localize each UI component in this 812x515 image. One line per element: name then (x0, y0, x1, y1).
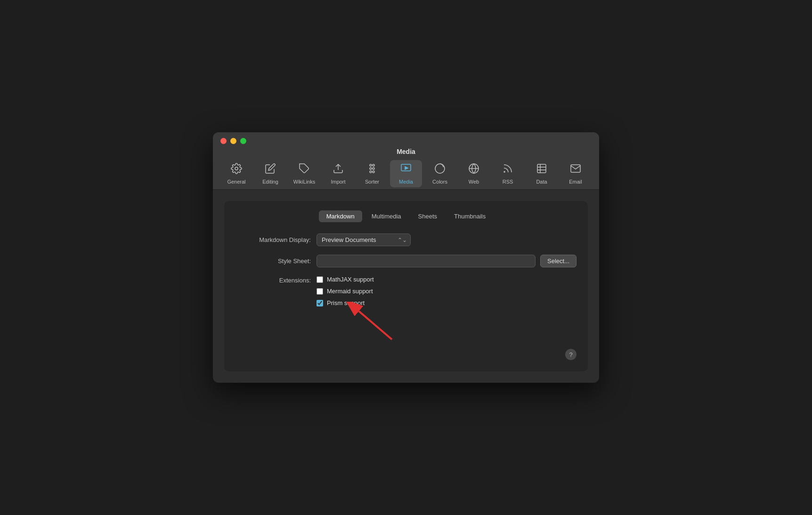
toolbar: General Editing (220, 160, 592, 189)
toolbar-item-wikilinks[interactable]: WikiLinks (288, 160, 320, 187)
toolbar-item-editing-label: Editing (262, 179, 278, 185)
preferences-window: Media General (213, 132, 599, 383)
markdown-display-dropdown-container: Preview Documents Raw Text None ⌃⌄ (317, 233, 411, 246)
toolbar-item-general[interactable]: General (220, 160, 252, 187)
toolbar-item-colors-label: Colors (432, 179, 447, 185)
colors-icon (434, 163, 446, 177)
stylesheet-row: Style Sheet: Select... (235, 255, 577, 267)
mermaid-checkbox-row[interactable]: Mermaid support (317, 288, 374, 295)
markdown-display-select[interactable]: Preview Documents Raw Text None (317, 233, 411, 246)
toolbar-item-colors[interactable]: Colors (424, 160, 456, 187)
email-icon (570, 163, 581, 177)
mathjax-checkbox[interactable] (317, 276, 323, 283)
svg-point-7 (373, 168, 374, 169)
svg-point-3 (370, 164, 372, 166)
svg-point-0 (235, 167, 238, 170)
svg-point-6 (373, 164, 374, 166)
stylesheet-label: Style Sheet: (235, 258, 311, 265)
svg-marker-10 (405, 167, 408, 169)
svg-rect-14 (537, 164, 546, 173)
media-icon (400, 163, 412, 177)
gear-icon (231, 163, 242, 177)
rss-icon (502, 163, 513, 177)
toolbar-item-ocr[interactable]: OCR (593, 160, 599, 187)
toolbar-item-media-label: Media (399, 179, 413, 185)
pencil-icon (265, 163, 276, 177)
close-button[interactable] (220, 138, 227, 144)
toolbar-item-web[interactable]: Web (458, 160, 490, 187)
toolbar-item-rss-label: RSS (503, 179, 513, 185)
toolbar-item-general-label: General (227, 179, 245, 185)
puzzle-icon (299, 163, 310, 177)
toolbar-item-rss[interactable]: RSS (492, 160, 524, 187)
toolbar-item-web-label: Web (469, 179, 479, 185)
help-button-area: ? (235, 349, 577, 360)
mathjax-checkbox-row[interactable]: MathJAX support (317, 276, 374, 283)
sorter-icon (366, 163, 378, 177)
toolbar-item-sorter-label: Sorter (365, 179, 379, 185)
svg-point-8 (373, 171, 374, 173)
titlebar: Media General (213, 132, 599, 190)
extensions-label: Extensions: (235, 276, 311, 284)
toolbar-item-email[interactable]: Email (560, 160, 592, 187)
tab-thumbnails[interactable]: Thumbnails (447, 210, 493, 222)
svg-point-13 (504, 171, 505, 172)
content-area: Markdown Multimedia Sheets Thumbnails Ma… (213, 190, 599, 383)
toolbar-item-data[interactable]: Data (526, 160, 558, 187)
markdown-display-label: Markdown Display: (235, 236, 311, 243)
toolbar-item-editing[interactable]: Editing (254, 160, 286, 187)
toolbar-item-import-label: Import (331, 179, 345, 185)
select-button[interactable]: Select... (540, 255, 577, 267)
mermaid-checkbox[interactable] (317, 288, 323, 295)
data-icon (536, 163, 547, 177)
toolbar-item-media[interactable]: Media (390, 160, 422, 187)
annotation-arrow (317, 302, 577, 339)
svg-line-23 (359, 311, 392, 339)
mathjax-label: MathJAX support (327, 276, 374, 283)
mermaid-label: Mermaid support (327, 288, 373, 295)
traffic-lights (220, 138, 246, 144)
stylesheet-input[interactable] (317, 255, 536, 267)
markdown-display-row: Markdown Display: Preview Documents Raw … (235, 233, 577, 246)
import-icon (333, 163, 344, 177)
inner-panel: Markdown Multimedia Sheets Thumbnails Ma… (224, 201, 588, 371)
window-title: Media (397, 148, 415, 155)
arrow-svg (345, 302, 401, 344)
help-button[interactable]: ? (565, 349, 577, 360)
toolbar-item-wikilinks-label: WikiLinks (293, 179, 315, 185)
minimize-button[interactable] (230, 138, 236, 144)
toolbar-item-sorter[interactable]: Sorter (356, 160, 388, 187)
tab-multimedia[interactable]: Multimedia (364, 210, 409, 222)
svg-point-5 (370, 171, 372, 173)
toolbar-item-email-label: Email (569, 179, 582, 185)
maximize-button[interactable] (240, 138, 246, 144)
tab-sheets[interactable]: Sheets (411, 210, 445, 222)
tab-markdown[interactable]: Markdown (319, 210, 362, 222)
tabs-row: Markdown Multimedia Sheets Thumbnails (235, 210, 577, 222)
web-icon (468, 163, 479, 177)
toolbar-item-import[interactable]: Import (322, 160, 354, 187)
svg-point-4 (370, 168, 372, 169)
toolbar-item-data-label: Data (536, 179, 547, 185)
